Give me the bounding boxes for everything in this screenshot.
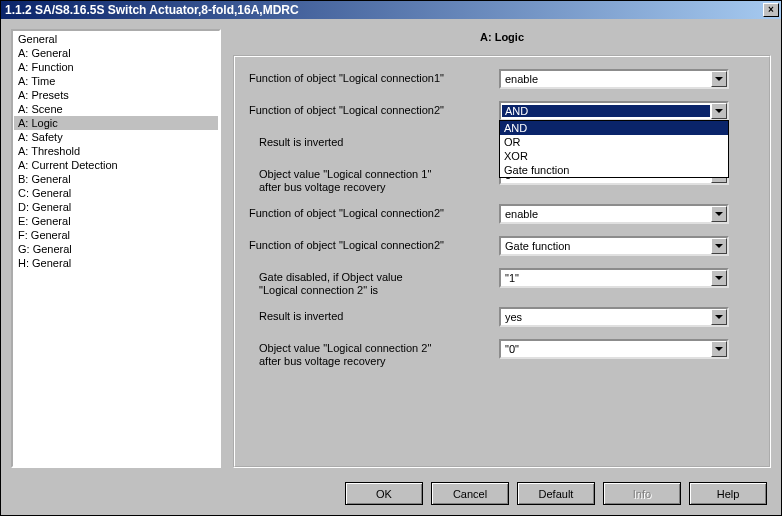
param-label: Function of object "Logical connection1" — [249, 69, 499, 85]
chevron-down-icon[interactable] — [711, 206, 727, 222]
param-label: Result is inverted — [249, 307, 499, 323]
chevron-down-icon[interactable] — [711, 270, 727, 286]
param-field: "1" — [499, 268, 755, 288]
close-button[interactable]: × — [763, 3, 779, 17]
dropdown-option[interactable]: XOR — [500, 149, 728, 163]
param-label: Function of object "Logical connection2" — [249, 101, 499, 117]
sidebar[interactable]: GeneralA: GeneralA: FunctionA: TimeA: Pr… — [11, 29, 221, 468]
sidebar-item[interactable]: A: Threshold — [14, 144, 218, 158]
sidebar-item[interactable]: E: General — [14, 214, 218, 228]
combo-value: enable — [501, 208, 711, 220]
combo-box[interactable]: "1" — [499, 268, 729, 288]
param-row: Function of object "Logical connection1"… — [249, 69, 755, 91]
ok-button[interactable]: OK — [345, 482, 423, 505]
main-area: GeneralA: GeneralA: FunctionA: TimeA: Pr… — [11, 29, 771, 468]
sidebar-item[interactable]: C: General — [14, 186, 218, 200]
param-row: Object value "Logical connection 2"after… — [249, 339, 755, 368]
sidebar-item[interactable]: A: Safety — [14, 130, 218, 144]
button-bar: OK Cancel Default Info Help — [11, 476, 771, 505]
param-field: enable — [499, 69, 755, 89]
combo-box[interactable]: AND — [499, 101, 729, 121]
param-label: Object value "Logical connection 2"after… — [249, 339, 499, 368]
window-title: 1.1.2 SA/S8.16.5S Switch Actuator,8-fold… — [5, 3, 763, 17]
sidebar-item[interactable]: A: General — [14, 46, 218, 60]
info-button: Info — [603, 482, 681, 505]
param-field: "0" — [499, 339, 755, 359]
combo-box[interactable]: "0" — [499, 339, 729, 359]
combo-box[interactable]: Gate function — [499, 236, 729, 256]
param-row: Result is invertedyes — [249, 307, 755, 329]
param-label: Function of object "Logical connection2" — [249, 204, 499, 220]
combo-value: enable — [501, 73, 711, 85]
param-field: enable — [499, 204, 755, 224]
cancel-button[interactable]: Cancel — [431, 482, 509, 505]
param-field: Gate function — [499, 236, 755, 256]
param-field: yes — [499, 307, 755, 327]
sidebar-item[interactable]: D: General — [14, 200, 218, 214]
combo-value: yes — [501, 311, 711, 323]
chevron-down-icon[interactable] — [711, 71, 727, 87]
sidebar-item[interactable]: A: Function — [14, 60, 218, 74]
chevron-down-icon[interactable] — [711, 103, 727, 119]
combo-value: AND — [502, 105, 710, 117]
param-row: Function of object "Logical connection2"… — [249, 204, 755, 226]
sidebar-item[interactable]: G: General — [14, 242, 218, 256]
dialog-window: 1.1.2 SA/S8.16.5S Switch Actuator,8-fold… — [0, 0, 782, 516]
combo-value: Gate function — [501, 240, 711, 252]
chevron-down-icon[interactable] — [711, 238, 727, 254]
chevron-down-icon[interactable] — [711, 341, 727, 357]
combo-value: "1" — [501, 272, 711, 284]
default-button[interactable]: Default — [517, 482, 595, 505]
help-button[interactable]: Help — [689, 482, 767, 505]
combo-value: "0" — [501, 343, 711, 355]
dropdown-option[interactable]: OR — [500, 135, 728, 149]
param-row: Function of object "Logical connection2"… — [249, 236, 755, 258]
titlebar: 1.1.2 SA/S8.16.5S Switch Actuator,8-fold… — [1, 1, 781, 19]
panel-body: Function of object "Logical connection1"… — [233, 55, 771, 468]
param-label: Result is inverted — [249, 133, 499, 149]
combo-box[interactable]: yes — [499, 307, 729, 327]
param-label: Object value "Logical connection 1"after… — [249, 165, 499, 194]
dropdown-list[interactable]: ANDORXORGate function — [499, 120, 729, 178]
sidebar-item[interactable]: B: General — [14, 172, 218, 186]
sidebar-item[interactable]: A: Scene — [14, 102, 218, 116]
sidebar-item[interactable]: H: General — [14, 256, 218, 270]
combo-box[interactable]: enable — [499, 204, 729, 224]
client-area: GeneralA: GeneralA: FunctionA: TimeA: Pr… — [1, 19, 781, 515]
sidebar-item[interactable]: A: Current Detection — [14, 158, 218, 172]
dropdown-option[interactable]: Gate function — [500, 163, 728, 177]
sidebar-item[interactable]: A: Logic — [14, 116, 218, 130]
dropdown-option[interactable]: AND — [500, 121, 728, 135]
param-row: Gate disabled, if Object value"Logical c… — [249, 268, 755, 297]
sidebar-item[interactable]: A: Time — [14, 74, 218, 88]
sidebar-item[interactable]: A: Presets — [14, 88, 218, 102]
sidebar-item[interactable]: General — [14, 32, 218, 46]
param-field: ANDANDORXORGate function — [499, 101, 755, 121]
param-label: Function of object "Logical connection2" — [249, 236, 499, 252]
combo-box[interactable]: enable — [499, 69, 729, 89]
chevron-down-icon[interactable] — [711, 309, 727, 325]
param-label: Gate disabled, if Object value"Logical c… — [249, 268, 499, 297]
content-panel: A: Logic Function of object "Logical con… — [233, 29, 771, 468]
panel-title: A: Logic — [233, 29, 771, 55]
sidebar-item[interactable]: F: General — [14, 228, 218, 242]
param-row: Function of object "Logical connection2"… — [249, 101, 755, 123]
